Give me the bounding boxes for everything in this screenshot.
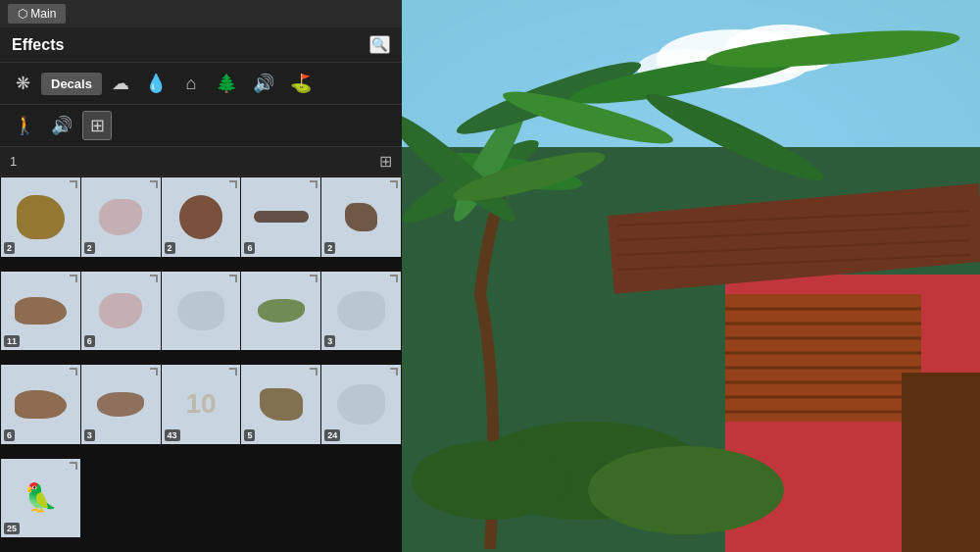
- items-grid: 2 2 2 6 2 11 6: [0, 176, 402, 552]
- grid-view-icon: ⊞: [379, 153, 392, 170]
- item-visual: [345, 203, 376, 230]
- item-badge: 43: [165, 429, 180, 441]
- grid-item-9[interactable]: [241, 272, 320, 351]
- decals-grid-icon: ⊞: [90, 115, 105, 136]
- item-corner: [310, 275, 318, 282]
- item-corner: [310, 180, 318, 188]
- tree-icon-btn[interactable]: 🌲: [210, 69, 243, 98]
- grid-item-1[interactable]: 2: [1, 177, 80, 257]
- item-visual: [15, 390, 67, 418]
- item-badge: 6: [244, 242, 255, 254]
- grid-item-16[interactable]: 🦜 25: [1, 459, 80, 538]
- item-badge: 5: [244, 429, 255, 441]
- item-visual: 🦜: [9, 467, 73, 530]
- svg-rect-21: [725, 294, 921, 422]
- grid-item-5[interactable]: 2: [321, 177, 401, 257]
- item-badge: 25: [4, 523, 20, 534]
- search-button[interactable]: 🔍: [369, 35, 390, 54]
- cloud-icon: ☁: [112, 73, 129, 94]
- ui-panel: ⬡ Main Effects 🔍 ❋ Decals ☁ 💧 ⌂ 🌲 🔊 ⛳: [0, 0, 402, 552]
- search-icon: 🔍: [371, 37, 388, 52]
- toolbar-row2: 🚶 🔊 ⊞: [0, 105, 402, 147]
- nature-icon: ❋: [16, 73, 30, 94]
- grid-number: 1: [10, 154, 17, 169]
- grid-item-14[interactable]: 5: [241, 365, 320, 444]
- main-button[interactable]: ⬡ Main: [8, 4, 66, 24]
- item-corner: [229, 368, 237, 376]
- grid-item-6[interactable]: 11: [1, 272, 80, 351]
- item-badge: 6: [84, 335, 95, 347]
- grid-item-15[interactable]: 24: [321, 365, 401, 444]
- item-visual: [260, 388, 303, 420]
- grid-view-button[interactable]: ⊞: [379, 152, 392, 171]
- item-badge: 3: [324, 335, 335, 347]
- item-corner: [70, 462, 77, 470]
- effects-header: Effects 🔍: [0, 27, 402, 63]
- water-drop-icon: 💧: [145, 73, 167, 94]
- speaker2-icon: 🔊: [51, 115, 73, 136]
- grid-item-7[interactable]: 6: [81, 272, 161, 351]
- toolbar-row1: ❋ Decals ☁ 💧 ⌂ 🌲 🔊 ⛳: [0, 63, 402, 105]
- svg-point-33: [412, 441, 568, 520]
- grid-item-13[interactable]: 10 43: [162, 365, 241, 444]
- item-corner: [390, 275, 398, 282]
- item-corner: [70, 368, 77, 376]
- item-corner: [150, 275, 158, 282]
- house-icon: ⌂: [185, 74, 196, 94]
- item-corner: [229, 180, 237, 188]
- item-visual: [179, 195, 222, 238]
- item-badge: 11: [4, 335, 20, 347]
- bird-icon: 🦜: [24, 481, 58, 514]
- item-visual: [99, 199, 142, 234]
- item-corner: [310, 368, 318, 376]
- grid-item-8[interactable]: [162, 272, 241, 351]
- item-corner: [70, 275, 77, 282]
- item-visual: [254, 211, 310, 223]
- item-visual: [17, 195, 64, 238]
- cloud-icon-btn[interactable]: ☁: [106, 69, 135, 98]
- svg-rect-30: [902, 373, 980, 552]
- item-badge: 2: [84, 242, 95, 254]
- effects-title: Effects: [12, 36, 64, 54]
- water-icon-btn[interactable]: 💧: [139, 69, 172, 98]
- top-bar: ⬡ Main: [0, 0, 402, 27]
- item-visual: [337, 291, 384, 330]
- grid-item-10[interactable]: 3: [321, 272, 401, 351]
- tree-icon: 🌲: [216, 73, 237, 94]
- grid-item-11[interactable]: 6: [1, 365, 80, 444]
- house-icon-btn[interactable]: ⌂: [176, 69, 206, 98]
- item-badge: 2: [324, 242, 335, 254]
- grid-item-12[interactable]: 3: [81, 365, 161, 444]
- grid-header: 1 ⊞: [0, 147, 402, 176]
- nature-icon-btn[interactable]: ❋: [8, 69, 37, 98]
- item-corner: [390, 180, 398, 188]
- item-corner: [390, 368, 398, 376]
- item-visual: [99, 293, 142, 328]
- item-visual: [177, 291, 224, 330]
- item-corner: [150, 180, 158, 188]
- item-badge: 2: [4, 242, 15, 254]
- decals-label: Decals: [41, 73, 102, 95]
- figure-icon-btn[interactable]: ⛳: [284, 69, 318, 98]
- grid-item-4[interactable]: 6: [241, 177, 320, 257]
- speaker2-icon-btn[interactable]: 🔊: [45, 111, 78, 140]
- item-corner: [70, 180, 77, 188]
- item-badge: 24: [324, 429, 340, 441]
- item-badge: 2: [165, 242, 175, 254]
- item-corner: [229, 275, 237, 282]
- item-visual: [337, 384, 384, 424]
- item-visual: [258, 299, 305, 323]
- item-visual: 10: [170, 373, 233, 436]
- walk-icon: 🚶: [14, 115, 35, 136]
- grid-item-3[interactable]: 2: [162, 177, 241, 257]
- walk-icon-btn[interactable]: 🚶: [8, 111, 41, 140]
- speaker-icon-btn[interactable]: 🔊: [247, 69, 280, 98]
- svg-point-32: [588, 446, 784, 534]
- grid-item-2[interactable]: 2: [81, 177, 161, 257]
- item-corner: [150, 368, 158, 376]
- decals-grid-icon-btn[interactable]: ⊞: [82, 111, 112, 140]
- item-badge: 3: [84, 429, 95, 441]
- figure-icon: ⛳: [290, 73, 312, 94]
- number-10-text: 10: [185, 388, 216, 420]
- item-badge: 6: [4, 429, 15, 441]
